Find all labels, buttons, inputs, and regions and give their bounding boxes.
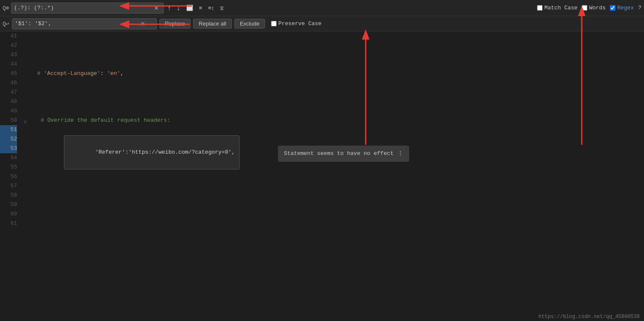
replace-input-wrap: ✕ — [12, 18, 157, 29]
regex-label[interactable]: Regex — [610, 5, 634, 11]
multiline-button[interactable]: ≡ — [197, 4, 205, 12]
statement-warning: Statement seems to have no effect ⋮ — [278, 146, 409, 162]
replace-all-button[interactable]: Replace all — [193, 19, 231, 29]
code-text: # Override the default request headers: — [31, 116, 170, 125]
replace-clear-button[interactable]: ✕ — [139, 20, 147, 28]
toolbar-right: Match Case Words Regex ? — [537, 5, 641, 11]
line-numbers: 41 42 43 44 45 46 47 48 49 50 51 52 53 5… — [0, 32, 22, 321]
help-icon[interactable]: ? — [638, 5, 641, 11]
replace-icon: Q↩ — [3, 20, 9, 27]
line-num-54: 54 — [0, 153, 17, 163]
line-num-52: 52 — [0, 135, 17, 144]
status-bar: https://blog.csdn.net/qq_45800538 — [534, 312, 644, 321]
line-num-45: 45 — [0, 69, 17, 78]
line-num-61: 61 — [0, 219, 17, 228]
code-content: # 'Accept-Language': 'en', ▽ # Override … — [22, 32, 644, 321]
match-case-label[interactable]: Match Case — [537, 5, 578, 11]
words-checkbox[interactable] — [582, 5, 587, 11]
filter-button[interactable]: ⧖ — [218, 4, 226, 12]
exclude-button[interactable]: Exclude — [234, 19, 265, 29]
warning-menu-icon[interactable]: ⋮ — [398, 149, 403, 158]
line-num-57: 57 — [0, 181, 17, 191]
code-line-47 — [22, 275, 644, 284]
line-num-50: 50 — [0, 116, 17, 125]
code-line-46 — [22, 247, 644, 256]
line-num-46: 46 — [0, 78, 17, 88]
search-toolbar: Q⊕ ✕ ↑ ↓ ⬜ ≡ ≡↕ ⧖ Match Case Words Regex… — [0, 0, 644, 16]
replace-input[interactable] — [15, 20, 139, 27]
editor: 41 42 43 44 45 46 47 48 49 50 51 52 53 5… — [0, 32, 644, 321]
line-num-48: 48 — [0, 97, 17, 106]
search-bar: ✕ — [11, 3, 164, 14]
warning-text: Statement seems to have no effect — [284, 149, 393, 158]
line-num-42: 42 — [0, 41, 17, 50]
status-url: https://blog.csdn.net/qq_45800538 — [538, 314, 640, 320]
line-num-44: 44 — [0, 60, 17, 69]
line-num-56: 56 — [0, 172, 17, 181]
search-input[interactable] — [14, 5, 150, 11]
preserve-case-button[interactable]: ≡↕ — [206, 4, 216, 12]
line-num-47: 47 — [0, 88, 17, 97]
line-num-41: 41 — [0, 32, 17, 41]
code-line-42: ▽ # Override the default request headers… — [22, 116, 644, 125]
toggle-replace-button[interactable]: ⬜ — [184, 4, 195, 12]
line-num-49: 49 — [0, 106, 17, 116]
fold-icon-42[interactable]: ▽ — [24, 118, 30, 123]
line-num-60: 60 — [0, 209, 17, 219]
line-num-51: 51 — [0, 125, 17, 135]
search-icon: Q⊕ — [3, 5, 9, 11]
line-num-55: 55 — [0, 163, 17, 172]
regex-checkbox[interactable] — [610, 5, 615, 11]
code-area: 41 42 43 44 45 46 47 48 49 50 51 52 53 5… — [0, 32, 644, 321]
code-line-41: # 'Accept-Language': 'en', — [22, 69, 644, 78]
line-num-43: 43 — [0, 50, 17, 60]
preserve-case-label[interactable]: Preserve Case — [271, 20, 321, 27]
line-num-58: 58 — [0, 191, 17, 200]
line-num-59: 59 — [0, 200, 17, 209]
autocomplete-popup[interactable]: 'Referer':'https://weibo.com/?category=0… — [64, 135, 240, 169]
search-clear-button[interactable]: ✕ — [152, 4, 161, 12]
autocomplete-text: 'Referer':'https://weibo.com/?category=0… — [95, 149, 235, 155]
words-label[interactable]: Words — [582, 5, 606, 11]
code-text: # 'Accept-Language': 'en', — [24, 69, 124, 78]
match-case-checkbox[interactable] — [537, 5, 543, 11]
nav-up-button[interactable]: ↑ — [165, 3, 173, 13]
preserve-case-checkbox[interactable] — [271, 21, 277, 26]
code-line-45 — [22, 219, 644, 228]
nav-down-button[interactable]: ↓ — [175, 3, 182, 13]
code-line-44 — [22, 191, 644, 200]
line-num-53: 53 — [0, 144, 17, 153]
replace-button[interactable]: Replace — [159, 19, 191, 29]
replace-bar: Q↩ ✕ Replace Replace all Exclude Preserv… — [0, 16, 644, 32]
